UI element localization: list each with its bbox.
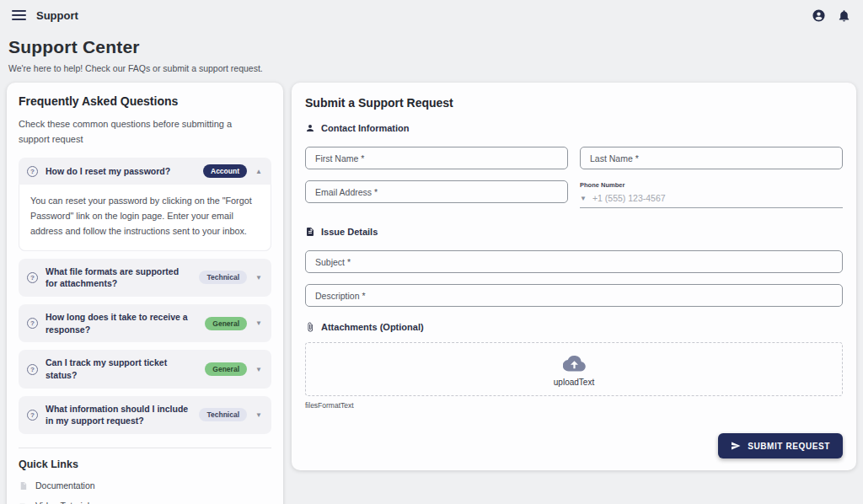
faq-item-header[interactable]: Can I track my support ticket status? Ge… [19,350,271,388]
upload-format-hint: filesFormatText [305,401,843,410]
faq-panel: Frequently Asked Questions Check these c… [7,83,283,504]
section-label: Contact Information [321,123,410,133]
section-label: Attachments (Optional) [321,322,424,332]
category-badge: General [205,317,247,330]
page-subtitle: We're here to help! Check our FAQs or su… [8,63,855,73]
app-bar-actions [812,8,851,23]
faq-item-header[interactable]: How long does it take to receive a respo… [19,304,271,342]
upload-label: uploadText [554,378,594,387]
faq-subtitle: Check these common questions before subm… [19,117,255,147]
chevron-down-icon[interactable] [255,411,263,419]
document-icon [19,481,28,491]
first-name-field[interactable] [305,147,568,169]
main-content: Frequently Asked Questions Check these c… [0,75,863,504]
app-bar-title: Support [36,9,78,22]
chevron-up-icon[interactable] [255,168,263,175]
chevron-down-icon[interactable] [255,319,263,327]
person-icon [305,123,315,133]
faq-item-header[interactable]: What file formats are supported for atta… [19,259,271,297]
last-name-field[interactable] [580,147,843,169]
help-icon [27,166,38,177]
category-badge: Technical [199,408,247,421]
help-icon [27,272,38,283]
faq-question: How long does it take to receive a respo… [46,311,197,335]
support-request-form: Submit a Support Request Contact Informa… [292,83,856,470]
phone-field[interactable] [592,193,843,203]
quick-link-video-tutorials[interactable]: Video Tutorials [19,501,271,504]
page-header: Support Center We're here to help! Check… [0,30,863,75]
chevron-down-icon[interactable] [255,274,263,281]
issue-details-section: Issue Details [305,227,843,237]
quick-link-label: Video Tutorials [35,501,94,504]
menu-icon[interactable] [12,10,26,20]
phone-field-group: Phone Number [580,180,843,208]
attachments-section: Attachments (Optional) [305,322,843,332]
faq-answer: You can reset your password by clicking … [19,185,271,250]
subject-field[interactable] [305,250,843,273]
email-field[interactable] [305,180,568,203]
contact-information-section: Contact Information [305,123,843,133]
page-title: Support Center [8,37,855,57]
quick-link-label: Documentation [35,480,95,491]
faq-question: Can I track my support ticket status? [46,357,197,381]
faq-question: How do I reset my password? [46,165,196,178]
notifications-icon[interactable] [837,8,851,23]
chevron-down-icon[interactable] [255,366,263,373]
faq-item: How do I reset my password? Account You … [19,158,271,250]
help-icon [27,410,38,421]
help-icon [27,364,38,375]
faq-item: How long does it take to receive a respo… [19,304,271,342]
category-badge: Account [203,164,247,178]
paperclip-icon [305,322,315,332]
help-icon [27,318,38,329]
faq-question: What file formats are supported for atta… [46,265,191,290]
form-title: Submit a Support Request [305,96,843,110]
description-icon [305,227,315,237]
video-icon [19,501,28,504]
category-badge: Technical [199,271,247,284]
section-label: Issue Details [321,227,378,237]
account-icon[interactable] [812,8,826,23]
faq-item-header[interactable]: How do I reset my password? Account [19,158,271,185]
faq-question: What information should I include in my … [46,403,191,427]
description-field[interactable] [305,284,843,307]
submit-button-label: SUBMIT REQUEST [748,442,830,451]
send-icon [731,441,741,451]
faq-item: Can I track my support ticket status? Ge… [19,350,271,388]
quick-link-documentation[interactable]: Documentation [19,480,271,491]
faq-title: Frequently Asked Questions [19,94,271,108]
divider [19,448,271,448]
file-upload-dropzone[interactable]: uploadText [305,342,843,396]
faq-item: What file formats are supported for atta… [19,259,271,297]
phone-label: Phone Number [580,181,843,189]
category-badge: General [205,362,247,376]
cloud-upload-icon [563,352,586,375]
faq-item: What information should I include in my … [19,396,271,434]
faq-item-header[interactable]: What information should I include in my … [19,396,271,434]
submit-request-button[interactable]: SUBMIT REQUEST [718,433,843,458]
app-bar: Support [0,0,863,30]
country-select-chevron-icon[interactable] [580,195,587,202]
quick-links-title: Quick Links [19,458,271,470]
